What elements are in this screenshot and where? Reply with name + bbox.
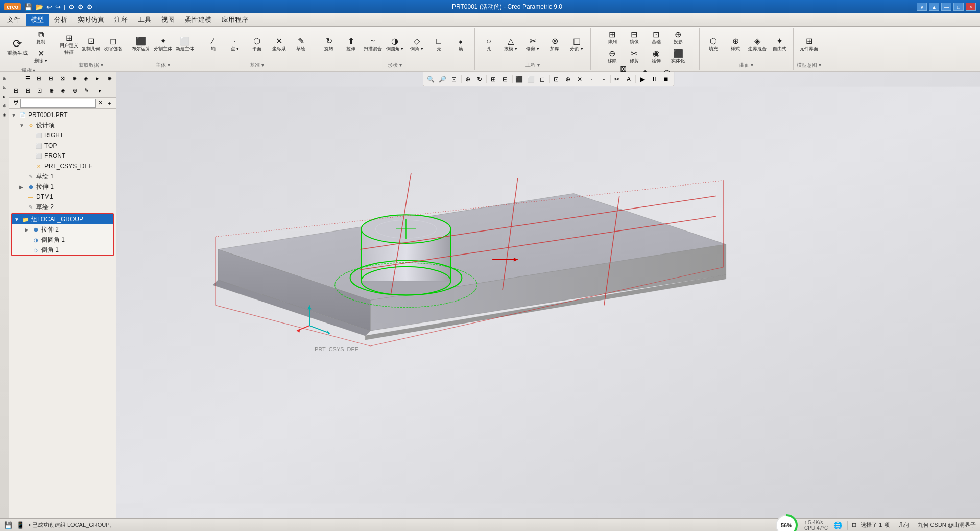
display-hidden-button[interactable]: ◻ [537,74,548,85]
tree-item-localgroup[interactable]: ▼ 📁 组LOCAL_GROUP [12,214,113,224]
chamfer-button[interactable]: ◇ 倒角 ▾ [406,36,427,54]
split-button[interactable]: ◫ 分割 ▾ [566,36,587,54]
viewport[interactable]: 🔍 🔎 ⊡ ⊕ ↻ ⊞ ⊟ ⬛ ⬜ ◻ ⊡ ⊕ ✕ · ~ ✂ A ▶ ⏸ ⏹ [116,72,980,518]
sidebar-layers-btn[interactable]: ◈ [80,74,91,84]
menu-flexible[interactable]: 柔性建模 [180,14,217,26]
sidebar-filter-btn[interactable]: ⊕ [68,74,80,84]
left-icon-4[interactable]: ⊕ [1,102,9,110]
datum-plane-toggle[interactable]: ⊡ [551,74,562,85]
sidebar-list2-view[interactable]: ⊟ [45,74,57,84]
rib-button[interactable]: ⬥ 筋 [450,36,471,54]
design-expand-icon[interactable]: ▼ [19,123,26,128]
copy-geo-button[interactable]: ⊡ 复制几何 [80,36,102,54]
sidebar-list-view[interactable]: ≡ [10,74,21,84]
datum-axis-toggle[interactable]: ⊕ [562,74,573,85]
zoom-in-button[interactable]: 🔍 [425,74,436,85]
view-orient-button[interactable]: ⊟ [499,74,511,85]
csys-button[interactable]: ✕ 坐标系 [268,36,290,54]
left-icon-5[interactable]: ◈ [1,111,9,119]
draft-button[interactable]: △ 拔模 ▾ [500,36,521,54]
minimize-button[interactable]: ∧ [917,3,927,11]
plane-button[interactable]: ⬡ 平面 [246,36,268,54]
menu-tools[interactable]: 工具 [133,14,156,26]
sketch-button[interactable]: ✎ 草绘 [290,36,312,54]
rotate-button[interactable]: ↻ [474,74,485,85]
close-button[interactable]: × [966,3,976,11]
tree-item-dtm1[interactable]: ▶ — DTM1 [9,192,116,202]
pause-button[interactable]: ⏸ [649,74,660,85]
menu-apps[interactable]: 应用程序 [217,14,253,26]
settings3-icon[interactable]: ⚙ [87,3,93,11]
sidebar-t2-4[interactable]: ⊕ [45,85,57,96]
menu-file[interactable]: 文件 [2,14,26,26]
extend-button[interactable]: ◉ 延伸 [646,48,667,66]
regenerate-button[interactable]: ⟳ 重新生成 [5,32,30,63]
extrude2-expand[interactable]: ▶ [25,227,31,233]
root-expand-icon[interactable]: ▼ [11,112,17,118]
tree-item-sketch2[interactable]: ▶ ✎ 草绘 2 [9,202,116,212]
hole-button[interactable]: ○ 孔 [478,36,499,54]
copy-button[interactable]: ⧉ 复制 [30,29,52,47]
mirror-button[interactable]: ⊟ 镜像 [624,29,645,47]
extrude1-expand[interactable]: ▶ [19,184,26,190]
annotation-toggle[interactable]: A [623,74,634,85]
sidebar-t2-extra[interactable]: ▸ [94,85,106,96]
new-body-button[interactable]: ⬜ 新建主体 [174,36,196,54]
menu-annotation[interactable]: 注释 [109,14,133,26]
shell-button[interactable]: □ 壳 [428,36,449,54]
pan-button[interactable]: ⊕ [462,74,473,85]
tree-item-csys[interactable]: ▶ ✕ PRT_CSYS_DEF [9,161,116,171]
menu-analysis[interactable]: 分析 [49,14,73,26]
style-button[interactable]: ⊕ 样式 [725,36,746,54]
view-named-button[interactable]: ⊞ [488,74,499,85]
stop-button[interactable]: ⏹ [660,74,672,85]
shrink-wrap-button[interactable]: ◻ 收缩包络 [102,36,124,54]
tree-item-design[interactable]: ▼ ⚙ 设计项 [9,120,116,130]
window-controls[interactable]: ∧ ▲ — □ × [917,3,976,11]
project-button[interactable]: ⊕ 投影 [667,29,689,47]
component-interface-button[interactable]: ⊞ 元件界面 [798,36,820,54]
restore-button[interactable]: □ [953,3,964,11]
zoom-out-button[interactable]: 🔎 [437,74,448,85]
left-icon-1[interactable]: ⊞ [1,74,9,82]
fill-button[interactable]: ⬡ 填充 [703,36,724,54]
quick-open-icon[interactable]: 📂 [35,3,43,11]
tree-item-sketch1[interactable]: ▶ ✎ 草绘 1 [9,171,116,181]
freestyle-button[interactable]: ✦ 自由式 [769,36,790,54]
menu-simulation[interactable]: 实时仿真 [73,14,109,26]
display-shaded-button[interactable]: ⬛ [513,74,524,85]
sidebar-t2-3[interactable]: ⊡ [34,85,45,96]
tree-item-root[interactable]: ▼ 📄 PRT0001.PRT [9,110,116,120]
sidebar-extra-btn[interactable]: ▸ [92,74,103,84]
section-button[interactable]: ✂ [611,74,623,85]
remove-button[interactable]: ⊖ 移除 [602,48,623,66]
undo-icon[interactable]: ↩ [46,3,52,11]
sidebar-t2-7[interactable]: ✎ [81,85,92,96]
menu-model[interactable]: 模型 [26,14,49,26]
solidify-button[interactable]: ⬛ 实体化 [667,48,689,66]
tree-item-front[interactable]: ▶ ⬜ FRONT [9,151,116,161]
tree-item-right[interactable]: ▶ ⬜ RIGHT [9,130,116,141]
minimize-window-button[interactable]: — [941,3,951,11]
modify-button[interactable]: ✂ 修剪 [624,48,645,66]
left-icon-3[interactable]: ▸ [1,93,9,101]
settings-icon[interactable]: ⚙ [68,3,75,11]
axis-button[interactable]: ⁄ 轴 [202,36,224,54]
sweep-blend-button[interactable]: ~ 扫描混合 [362,36,384,54]
tree-item-top[interactable]: ▶ ⬜ TOP [9,141,116,151]
display-wire-button[interactable]: ⬜ [525,74,536,85]
array-button[interactable]: ⊞ 阵列 [602,29,623,47]
thicken-button[interactable]: ⊗ 加厚 [544,36,565,54]
redo-icon[interactable]: ↪ [55,3,61,11]
menu-view[interactable]: 视图 [156,14,180,26]
sidebar-t2-2[interactable]: ⊞ [22,85,33,96]
tree-item-extrude1[interactable]: ▶ ⬢ 拉伸 1 [9,181,116,192]
sidebar-settings-btn[interactable]: ⊕ [104,74,115,84]
base-button[interactable]: ⊡ 基础 [646,29,667,47]
datum-csys-toggle[interactable]: ✕ [574,74,585,85]
sidebar-arrows-btn[interactable]: ⊠ [57,74,68,84]
settings2-icon[interactable]: ⚙ [78,3,84,11]
split-body-button[interactable]: ✦ 分割主体 [152,36,174,54]
revolve-button[interactable]: ↻ 旋转 [318,36,340,54]
status-save-icon[interactable]: 💾 [4,521,12,529]
